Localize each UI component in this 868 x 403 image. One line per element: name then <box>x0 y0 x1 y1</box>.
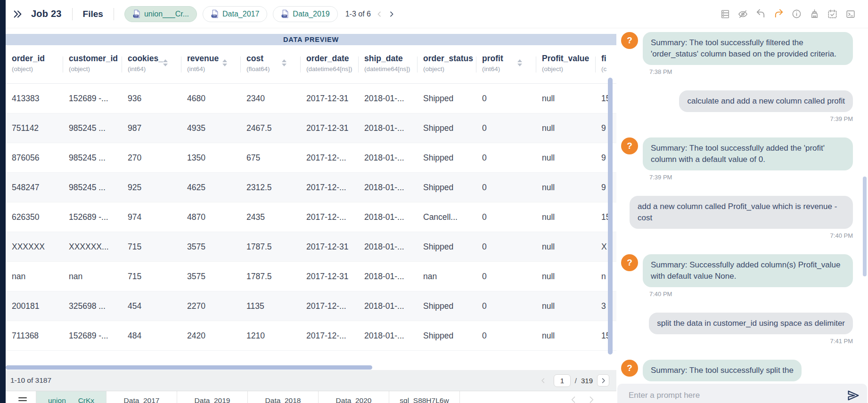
column-dtype: (float64) <box>246 65 298 73</box>
table-cell: 2017-12-... <box>300 143 358 172</box>
table-cell: 4680 <box>181 84 240 113</box>
column-name: order_status <box>423 54 474 64</box>
column-header-profit[interactable]: profit(int64) <box>476 45 536 83</box>
column-header-order_id[interactable]: order_id(object) <box>6 45 63 83</box>
column-header-customer_id[interactable]: customer_id(object) <box>63 45 122 83</box>
table-row: 711368152689 -...484242012102017-12-...2… <box>6 321 616 351</box>
sheet-tab[interactable]: sql_S88H7L6w <box>389 391 460 403</box>
chat-timestamp: 7:40 PM <box>621 232 853 239</box>
chat-message-user: split the data in customer_id using spac… <box>621 313 853 345</box>
table-cell: 2017-12-31 <box>300 262 358 291</box>
file-tab-label: union___Cr... <box>144 10 189 18</box>
chat-bubble: calculate and add a new column called pr… <box>679 90 853 112</box>
table-cell: 9 <box>595 143 616 172</box>
table-cell: 876056 <box>6 143 63 172</box>
chat-timestamp: 7:38 PM <box>649 68 853 75</box>
column-header-cookies_[interactable]: cookies_(int64) <box>122 45 181 83</box>
sheet-tab-nav <box>569 395 596 403</box>
page-number-input[interactable]: 1 <box>554 374 571 387</box>
table-cell: 2018-01-... <box>358 232 417 261</box>
table-cell: 9 <box>595 173 616 202</box>
column-name: Profit_value <box>542 54 593 64</box>
table-cell: 2312.5 <box>240 173 300 202</box>
page-prev-icon[interactable] <box>537 374 549 387</box>
csv-file-icon: CSV <box>132 9 140 18</box>
column-header-cost[interactable]: cost(float64) <box>240 45 300 83</box>
column-header-revenue[interactable]: revenue(int64) <box>181 45 240 83</box>
collapsed-sidebar[interactable] <box>0 0 6 403</box>
svg-text:CSV: CSV <box>213 15 216 17</box>
chevron-left-icon[interactable] <box>376 10 383 18</box>
tabs-next-icon[interactable] <box>587 395 596 403</box>
bot-avatar: ? <box>621 254 638 271</box>
table-cell: 1350 <box>181 143 240 172</box>
table-cell: 413383 <box>6 84 63 113</box>
sheet-tab[interactable]: Data_2020 <box>319 391 389 403</box>
table-row: 876056985245 ...27013506752017-12-...201… <box>6 143 616 173</box>
table-cell: Shipped <box>417 232 476 261</box>
table-cell: Shipped <box>417 113 476 143</box>
page-next-icon[interactable] <box>597 374 609 387</box>
chevrons-right-icon[interactable] <box>11 8 24 20</box>
column-header-fi[interactable]: fi(c <box>595 45 616 83</box>
sort-arrows-icon[interactable] <box>222 59 227 66</box>
table-horizontal-scrollbar[interactable] <box>6 365 372 370</box>
file-tab-pill[interactable]: CSVData_2017 <box>203 6 267 22</box>
column-name: fi <box>601 54 616 64</box>
send-icon[interactable] <box>846 388 860 403</box>
table-cell: 15 <box>595 84 616 113</box>
calendar-check-icon[interactable] <box>827 8 838 19</box>
tabs-prev-icon[interactable] <box>569 395 578 403</box>
sheet-tab[interactable]: Data_2017 <box>106 391 177 403</box>
column-dtype: (int64) <box>187 65 238 73</box>
sort-arrows-icon[interactable] <box>163 59 168 66</box>
table-cell: 454 <box>122 291 181 321</box>
sheet-tab[interactable]: Data_2018 <box>248 391 319 403</box>
column-header-Profit_value[interactable]: Profit_value(object) <box>536 45 595 83</box>
undo-icon[interactable] <box>755 8 766 19</box>
column-header-order_date[interactable]: order_date(datetime64[ns]) <box>300 45 358 83</box>
table-vertical-scrollbar[interactable] <box>608 78 613 355</box>
column-name: cost <box>246 54 298 64</box>
table-cell: 3575 <box>181 232 240 261</box>
table-cell: 2270 <box>181 291 240 321</box>
sort-arrows-icon[interactable] <box>517 59 522 66</box>
table-cell: null <box>536 232 595 261</box>
column-header-order_status[interactable]: order_status(object) <box>417 45 476 83</box>
job-title: Job 23 <box>31 8 62 19</box>
sheet-tab[interactable]: Data_2019 <box>177 391 248 403</box>
table-cell: 4935 <box>181 113 240 143</box>
app-window: Job 23 Files CSVunion___Cr...CSVData_201… <box>0 0 868 403</box>
table-cell: 325698 ... <box>63 291 122 321</box>
sort-arrows-icon[interactable] <box>282 59 287 66</box>
prompt-input[interactable] <box>621 391 846 400</box>
bot-avatar: ? <box>621 137 638 154</box>
table-cell: 2018-01-... <box>358 143 417 172</box>
chat-bubble: add a new column called Profit_value whi… <box>630 196 853 229</box>
terminal-icon[interactable] <box>845 8 856 19</box>
chat-message-user: calculate and add a new column called pr… <box>621 90 853 122</box>
menu-icon[interactable] <box>18 397 27 403</box>
column-dtype: (datetime64[ns]) <box>306 65 356 73</box>
table-cell: 0 <box>476 202 536 232</box>
column-dtype: (object) <box>69 65 120 73</box>
page-total: 319 <box>581 377 593 385</box>
sheet-tab[interactable]: union___CrKx <box>36 391 106 403</box>
chevron-right-icon[interactable] <box>388 10 395 18</box>
table-cell: 2017-12-... <box>300 202 358 232</box>
chat-scrollbar[interactable] <box>863 177 867 276</box>
file-tab-pill[interactable]: CSVData_2019 <box>273 6 337 22</box>
info-icon[interactable] <box>791 8 802 19</box>
chat-message-bot: ?Summary: The tool successfully filtered… <box>621 32 853 75</box>
eye-off-icon[interactable] <box>737 8 748 19</box>
file-tab-pill[interactable]: CSVunion___Cr... <box>124 6 197 22</box>
column-dtype: (c <box>601 65 616 73</box>
data-rows-icon[interactable] <box>720 8 730 19</box>
table-cell: XXXXXX <box>6 232 63 261</box>
table-row: 626350152689 -...974487024352017-12-...2… <box>6 202 616 232</box>
broom-icon[interactable] <box>809 8 820 19</box>
column-header-ship_date[interactable]: ship_date(datetime64[ns]) <box>358 45 417 83</box>
table-cell: Shipped <box>417 143 476 172</box>
redo-icon[interactable] <box>773 8 784 19</box>
table-cell: 711368 <box>6 321 63 350</box>
